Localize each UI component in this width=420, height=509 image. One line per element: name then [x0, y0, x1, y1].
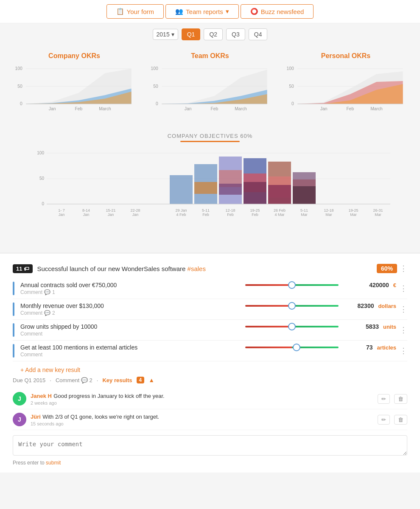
kr-value: 5833 units — [354, 323, 396, 330]
kr-text-col: Monthly revenue over $130,000 Comment 💬 … — [20, 302, 238, 316]
kr-text-col: Grow units shipped by 10000 Comment — [20, 323, 238, 337]
edit-comment-button[interactable]: ✏ — [378, 415, 390, 425]
svg-text:Feb: Feb — [252, 213, 258, 217]
svg-text:0: 0 — [291, 101, 294, 106]
svg-rect-56 — [268, 185, 291, 204]
company-objectives-chart: 100 50 0 — [21, 149, 399, 234]
personal-okr-svg: 100 50 0 Jan Feb March — [284, 63, 407, 123]
kr-thumb[interactable] — [293, 344, 300, 351]
kr-text-col: Annual contracts sold over €750,000 Comm… — [20, 282, 238, 295]
key-results-list: Annual contracts sold over €750,000 Comm… — [13, 278, 407, 361]
svg-rect-50 — [219, 184, 242, 195]
key-result-row: Grow units shipped by 10000 Comment 5833… — [13, 320, 407, 341]
team-okr-svg: 100 50 0 Jan Feb March — [148, 63, 272, 123]
team-okr-chart: Team OKRs 100 50 0 Jan Feb March — [144, 48, 276, 129]
svg-text:5-11: 5-11 — [202, 208, 210, 213]
kr-thumb[interactable] — [288, 281, 296, 289]
svg-text:0: 0 — [42, 201, 44, 206]
svg-text:50: 50 — [289, 84, 294, 89]
okr-section: Company OKRs 100 50 0 Jan Feb March — [0, 44, 420, 252]
svg-text:Feb: Feb — [346, 106, 354, 111]
q2-button[interactable]: Q2 — [204, 28, 223, 40]
kr-title: Grow units shipped by 10000 — [20, 323, 238, 330]
svg-text:Feb: Feb — [227, 213, 234, 217]
buzz-newsfeed-button[interactable]: ⭕ Buzz newsfeed — [241, 4, 314, 19]
company-objectives-label: COMPANY OBJECTIVES 60% — [21, 133, 399, 139]
svg-text:Jan: Jan — [59, 213, 65, 217]
kr-title: Get at least 100 mentions in external ar… — [20, 344, 238, 351]
company-objectives-underline — [180, 141, 240, 142]
footer-comment-label[interactable]: Comment 💬 2 — [56, 377, 92, 383]
comment-input[interactable] — [13, 435, 407, 456]
edit-comment-button[interactable]: ✏ — [378, 394, 390, 404]
key-result-row: Get at least 100 mentions in external ar… — [13, 341, 407, 361]
svg-text:26-31: 26-31 — [373, 208, 383, 213]
svg-text:100: 100 — [37, 151, 44, 155]
svg-text:5-11: 5-11 — [300, 208, 308, 213]
svg-text:12-18: 12-18 — [225, 208, 235, 213]
kr-thumb[interactable] — [288, 323, 296, 330]
svg-rect-45 — [170, 175, 193, 204]
team-reports-button[interactable]: 👥 Team reports ▾ — [165, 4, 239, 19]
svg-text:0: 0 — [20, 101, 22, 106]
kr-comment[interactable]: Comment 💬 2 — [20, 310, 238, 316]
kr-title: Annual contracts sold over €750,000 — [20, 282, 238, 288]
key-results-label[interactable]: Key results — [102, 377, 132, 383]
kr-thumb[interactable] — [288, 302, 296, 310]
svg-text:Jan: Jan — [132, 213, 139, 217]
kr-border — [13, 282, 14, 295]
svg-text:1- 7: 1- 7 — [58, 208, 65, 213]
comment-author: Jüri — [31, 414, 41, 420]
comment-icon: 💬 — [44, 289, 50, 295]
delete-comment-button[interactable]: 🗑 — [394, 415, 407, 425]
kr-slider[interactable] — [245, 323, 339, 330]
year-dropdown-icon: ▾ — [171, 31, 174, 38]
kr-menu-dots[interactable]: ⋮ — [400, 284, 407, 293]
kr-menu-dots[interactable]: ⋮ — [400, 346, 407, 355]
comment-time: 2 weeks ago — [31, 400, 373, 406]
comment-icon: 💬 — [44, 310, 50, 316]
company-objectives-section: COMPANY OBJECTIVES 60% 100 50 0 — [8, 129, 412, 244]
delete-comment-button[interactable]: 🗑 — [394, 394, 407, 404]
kr-comment[interactable]: Comment — [20, 331, 238, 337]
kr-slider[interactable] — [245, 344, 339, 351]
hashtag-link[interactable]: #sales — [188, 265, 206, 272]
svg-text:19-25: 19-25 — [348, 208, 358, 213]
comment-content: Jüri With 2/3 of Q1 gone, looks we're ri… — [31, 413, 373, 426]
kr-comment[interactable]: Comment — [20, 352, 238, 358]
collapse-icon[interactable]: ▲ — [148, 377, 154, 383]
quarter-selector: 2015 ▾ Q1 Q2 Q3 Q4 — [0, 23, 420, 44]
q3-button[interactable]: Q3 — [226, 28, 245, 40]
kr-menu-dots[interactable]: ⋮ — [400, 325, 407, 335]
objective-menu-dots[interactable]: ⋮ — [400, 264, 407, 273]
your-form-button[interactable]: 📋 Your form — [106, 4, 164, 19]
kr-slider[interactable] — [245, 282, 339, 288]
svg-text:100: 100 — [151, 66, 159, 71]
kr-comment[interactable]: Comment 💬 1 — [20, 289, 238, 295]
due-date: Due Q1 2015 — [13, 377, 45, 383]
svg-rect-53 — [244, 182, 266, 204]
buzz-icon: ⭕ — [250, 8, 258, 15]
kr-text-col: Get at least 100 mentions in external ar… — [20, 344, 238, 358]
footer-comment-icon: 💬 — [81, 377, 88, 383]
kr-unit: dollars — [378, 303, 396, 309]
svg-text:0: 0 — [156, 101, 158, 106]
okr-charts-row: Company OKRs 100 50 0 Jan Feb March — [8, 48, 412, 129]
comment-item: J Jüri With 2/3 of Q1 gone, looks we're … — [13, 409, 407, 430]
tag-icon: 🏷 — [24, 266, 29, 272]
kr-menu-dots[interactable]: ⋮ — [400, 305, 407, 314]
svg-rect-59 — [293, 186, 316, 204]
add-key-result-button[interactable]: + Add a new key result — [20, 366, 407, 373]
key-result-row: Monthly revenue over $130,000 Comment 💬 … — [13, 299, 407, 320]
personal-okr-chart: Personal OKRs 100 50 0 Jan Feb March — [280, 48, 412, 129]
svg-text:Jan: Jan — [320, 106, 328, 111]
svg-text:Jan: Jan — [49, 106, 56, 111]
kr-value: 420000 € — [354, 282, 396, 288]
submit-link[interactable]: submit — [46, 460, 61, 466]
q1-button[interactable]: Q1 — [182, 28, 201, 40]
q4-button[interactable]: Q4 — [249, 28, 268, 40]
svg-text:19-25: 19-25 — [250, 208, 260, 213]
kr-unit: articles — [377, 344, 396, 351]
kr-slider[interactable] — [245, 302, 339, 309]
year-select[interactable]: 2015 ▾ — [153, 29, 178, 40]
